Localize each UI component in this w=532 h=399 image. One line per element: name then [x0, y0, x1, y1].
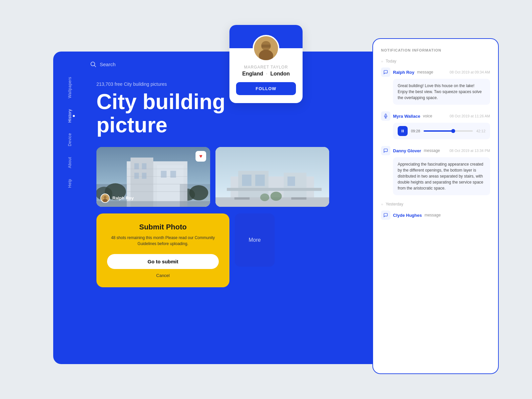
message-icon-clyde	[381, 210, 390, 220]
today-label: Today	[381, 59, 490, 64]
notif-content-danny: Appreciating the fascinating appearance …	[393, 157, 490, 195]
message-icon-danny	[381, 146, 390, 155]
voice-time-start: 09:28	[411, 129, 420, 133]
submit-card: Submit Photo 48 shots remaining this mon…	[96, 213, 229, 287]
notification-item-danny[interactable]: Danny Glover message 08 Oct 2019 at 13:3…	[381, 146, 490, 195]
svg-point-38	[260, 194, 269, 201]
svg-point-25	[103, 199, 107, 202]
notif-sender-row-danny: Danny Glover message 08 Oct 2019 at 13:3…	[381, 146, 490, 155]
voice-progress-bar[interactable]	[424, 130, 473, 132]
svg-rect-42	[262, 45, 271, 48]
svg-rect-13	[142, 173, 147, 179]
svg-rect-11	[142, 163, 147, 169]
notif-sender-row-clyde: Clyde Hughes message	[381, 210, 490, 220]
svg-rect-12	[134, 173, 139, 179]
follow-button[interactable]: FOLLOW	[236, 82, 296, 95]
user-badge-1: Ralph Roy	[100, 194, 134, 203]
svg-rect-8	[131, 158, 153, 207]
svg-point-0	[91, 62, 95, 66]
voice-progress-fill	[424, 130, 453, 132]
heart-badge-1[interactable]: ♥	[196, 151, 206, 162]
notif-content-ralph: Great building! Love this house on the l…	[393, 79, 490, 105]
svg-rect-45	[402, 130, 402, 132]
search-label: Search	[100, 62, 116, 67]
svg-rect-36	[291, 197, 307, 200]
notif-date-myra: 08 Oct 2019 at 11:26 AM	[450, 114, 490, 118]
notif-type-ralph: message	[417, 70, 433, 74]
svg-rect-22	[180, 184, 210, 206]
notif-date-ralph: 08 Oct 2019 at 09:34 AM	[450, 70, 490, 74]
svg-line-1	[94, 66, 96, 67]
voice-time-end: 42:12	[476, 129, 485, 133]
yesterday-label: Yesterday	[381, 202, 490, 206]
profile-popup: MARGARET TAYLOR England · London FOLLOW	[229, 25, 303, 103]
notification-item-myra[interactable]: Myra Wallace voice 08 Oct 2019 at 11:26 …	[381, 111, 490, 139]
notification-header: NOTIFICATION INFORMATION	[381, 48, 490, 52]
user-name-ralph: Ralph Roy	[112, 196, 134, 200]
svg-point-37	[270, 192, 282, 200]
submit-description: 48 shots remaining this month Please rea…	[107, 235, 219, 247]
more-button[interactable]: More	[235, 213, 275, 267]
cancel-link[interactable]: Cancel	[107, 273, 219, 278]
voice-player-myra[interactable]: 09:28 42:12	[393, 123, 490, 139]
profile-location: England · London	[236, 71, 296, 77]
svg-rect-10	[134, 163, 139, 169]
notif-sender-ralph: Ralph Roy	[393, 70, 414, 75]
svg-rect-30	[242, 175, 252, 186]
svg-point-24	[104, 196, 107, 199]
heart-icon: ♥	[199, 153, 202, 159]
notif-type-clyde: message	[425, 213, 441, 217]
sidebar-item-about[interactable]: About	[67, 152, 72, 174]
notification-panel: NOTIFICATION INFORMATION Today Ralph Roy…	[372, 38, 499, 374]
svg-rect-46	[403, 130, 404, 132]
profile-name: MARGARET TAYLOR	[236, 65, 296, 69]
notif-type-myra: voice	[423, 114, 432, 118]
svg-rect-31	[255, 175, 265, 186]
bottom-row: Submit Photo 48 shots remaining this mon…	[96, 213, 329, 287]
sidebar-item-wallpapers[interactable]: Wallpapers	[67, 71, 72, 104]
go-to-submit-button[interactable]: Go to submit	[107, 254, 219, 269]
sidebar-item-history[interactable]: History	[67, 104, 72, 128]
notif-sender-row-myra: Myra Wallace voice 08 Oct 2019 at 11:26 …	[381, 111, 490, 121]
svg-rect-32	[288, 177, 295, 186]
svg-rect-33	[227, 188, 322, 191]
notification-item-clyde[interactable]: Clyde Hughes message	[381, 210, 490, 220]
voice-progress-thumb	[451, 129, 455, 133]
search-bar[interactable]: Search	[90, 61, 116, 67]
sidebar-item-device[interactable]: Device	[67, 128, 72, 152]
submit-title: Submit Photo	[107, 223, 219, 231]
notif-sender-clyde: Clyde Hughes	[393, 213, 422, 218]
search-icon	[90, 61, 96, 67]
profile-avatar	[253, 35, 279, 62]
photo-card-1[interactable]: ♥ Ralph Roy	[96, 147, 210, 207]
notif-sender-row-ralph: Ralph Roy message 08 Oct 2019 at 09:34 A…	[381, 67, 490, 77]
notif-sender-danny: Danny Glover	[393, 148, 421, 153]
notif-type-danny: message	[424, 148, 440, 153]
building-silhouette-2	[215, 147, 329, 207]
sidebar-item-help[interactable]: Help	[67, 174, 72, 193]
svg-point-41	[259, 50, 273, 62]
pause-button-myra[interactable]	[398, 126, 408, 136]
svg-rect-35	[234, 197, 250, 200]
message-icon-ralph	[381, 67, 390, 77]
sidebar: Wallpapers History Device About Help	[53, 52, 86, 364]
photo-card-2[interactable]	[215, 147, 329, 207]
voice-icon-myra	[381, 111, 390, 121]
notif-date-danny: 08 Oct 2019 at 13:34 PM	[450, 149, 490, 153]
notification-item-ralph[interactable]: Ralph Roy message 08 Oct 2019 at 09:34 A…	[381, 67, 490, 105]
user-avatar-ralph	[100, 194, 110, 203]
photo-grid: ♥ Ralph Roy	[96, 147, 329, 207]
notif-sender-myra: Myra Wallace	[393, 114, 420, 119]
content-area: 213,703 free City building pictures City…	[86, 75, 339, 364]
